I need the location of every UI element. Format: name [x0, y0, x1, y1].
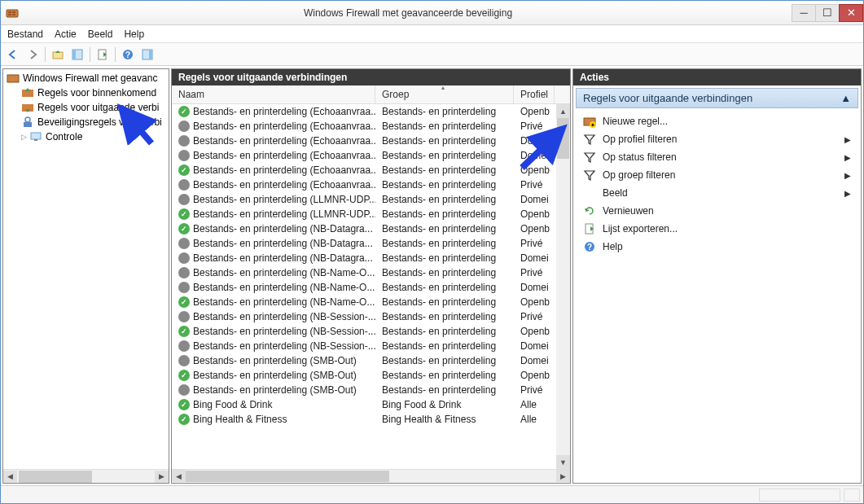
table-row[interactable]: Bestands- en printerdeling (NB-Session-.…: [172, 309, 570, 324]
action-label: Op profiel filteren: [603, 134, 838, 145]
table-row[interactable]: Bestands- en printerdeling (LLMNR-UDP...…: [172, 207, 570, 221]
table-row[interactable]: Bestands- en printerdeling (NB-Name-O...…: [172, 265, 570, 280]
rules-v-scrollbar[interactable]: ▲ ▼: [556, 104, 570, 469]
action-nieuwe-regel-[interactable]: ✦Nieuwe regel...: [578, 112, 856, 130]
column-profile[interactable]: Profiel: [514, 85, 555, 103]
rule-profile: Openb: [514, 208, 555, 221]
table-row[interactable]: Bestands- en printerdeling (SMB-Out)Best…: [172, 353, 570, 368]
action-label: Vernieuwen: [603, 205, 851, 217]
toolbar-show-hide-actions-button[interactable]: [138, 46, 156, 64]
menu-action[interactable]: Actie: [55, 28, 77, 40]
disabled-icon: [178, 179, 190, 191]
svg-rect-19: [34, 139, 37, 141]
rules-pane-title: Regels voor uitgaande verbindingen: [172, 69, 570, 85]
rule-name: Bestands- en printerdeling (Echoaanvraa.…: [193, 164, 375, 176]
tree-connection-security[interactable]: Beveiligingsregels voor verbi: [3, 115, 169, 129]
rule-profile: Domei: [514, 193, 555, 206]
outbound-icon: [21, 101, 34, 114]
table-row[interactable]: Bestands- en printerdeling (LLMNR-UDP...…: [172, 192, 570, 207]
table-row[interactable]: Bing Health & FitnessBing Health & Fitne…: [172, 412, 570, 427]
tree-outbound-rules[interactable]: Regels voor uitgaande verbi: [3, 100, 169, 115]
collapse-icon[interactable]: ▲: [840, 92, 851, 104]
table-row[interactable]: Bestands- en printerdeling (Echoaanvraa.…: [172, 163, 570, 177]
table-row[interactable]: Bestands- en printerdeling (NB-Session-.…: [172, 324, 570, 339]
scroll-down-icon[interactable]: ▼: [556, 455, 570, 469]
rule-name: Bestands- en printerdeling (SMB-Out): [193, 384, 357, 396]
rule-group: Bestands- en printerdeling: [375, 178, 514, 191]
toolbar-help-button[interactable]: ?: [119, 46, 137, 64]
actions-pane: Acties Regels voor uitgaande verbindinge…: [572, 68, 862, 484]
table-row[interactable]: Bestands- en printerdeling (SMB-Out)Best…: [172, 368, 570, 383]
table-row[interactable]: Bestands- en printerdeling (SMB-Out)Best…: [172, 383, 570, 397]
table-row[interactable]: Bestands- en printerdeling (NB-Name-O...…: [172, 280, 570, 295]
action-op-status-filteren[interactable]: Op status filteren▶: [578, 148, 856, 166]
disabled-icon: [178, 340, 190, 352]
actions-subheader[interactable]: Regels voor uitgaande verbindingen ▲: [576, 88, 858, 108]
svg-rect-2: [12, 11, 15, 13]
action-help[interactable]: ?Help: [578, 238, 856, 256]
table-row[interactable]: Bestands- en printerdeling (Echoaanvraa.…: [172, 134, 570, 148]
nav-forward-button[interactable]: [24, 46, 42, 64]
disabled-icon: [178, 267, 190, 278]
tree-root[interactable]: Windows Firewall met geavanc: [3, 71, 169, 85]
rules-h-scrollbar[interactable]: ◀ ▶: [172, 469, 570, 483]
firewall-icon: [7, 72, 20, 85]
rule-group: Bestands- en printerdeling: [375, 281, 514, 294]
action-vernieuwen[interactable]: Vernieuwen: [578, 202, 856, 220]
table-row[interactable]: Bestands- en printerdeling (Echoaanvraa.…: [172, 119, 570, 134]
maximize-button[interactable]: ☐: [815, 4, 840, 22]
disabled-icon: [178, 384, 190, 396]
action-beeld[interactable]: Beeld▶: [578, 184, 856, 202]
rule-profile: Openb: [514, 325, 555, 338]
rule-group: Bestands- en printerdeling: [375, 325, 514, 338]
table-row[interactable]: Bestands- en printerdeling (NB-Datagra..…: [172, 251, 570, 265]
rule-profile: Privé: [514, 266, 555, 279]
action-lijst-exporteren-[interactable]: Lijst exporteren...: [578, 220, 856, 238]
table-row[interactable]: Bestands- en printerdeling (NB-Datagra..…: [172, 221, 570, 236]
table-row[interactable]: Bestands- en printerdeling (NB-Session-.…: [172, 339, 570, 353]
table-row[interactable]: Bestands- en printerdeling (Echoaanvraa.…: [172, 148, 570, 163]
tree-pane: Windows Firewall met geavanc Regels voor…: [2, 68, 169, 484]
table-row[interactable]: Bestands- en printerdeling (NB-Name-O...…: [172, 295, 570, 309]
toolbar-folder-up-button[interactable]: [49, 46, 67, 64]
action-op-profiel-filteren[interactable]: Op profiel filteren▶: [578, 130, 856, 148]
scroll-up-icon[interactable]: ▲: [556, 104, 570, 118]
table-row[interactable]: Bestands- en printerdeling (Echoaanvraa.…: [172, 104, 570, 119]
rule-name: Bestands- en printerdeling (NB-Session-.…: [193, 311, 375, 322]
nav-back-button[interactable]: [4, 46, 22, 64]
scroll-right-icon[interactable]: ▶: [155, 471, 169, 483]
svg-rect-18: [31, 133, 41, 139]
rule-name: Bestands- en printerdeling (LLMNR-UDP...: [193, 208, 375, 220]
rule-group: Bestands- en printerdeling: [375, 340, 514, 353]
scroll-right-icon[interactable]: ▶: [556, 470, 570, 482]
status-grip: [844, 489, 860, 502]
scroll-left-icon[interactable]: ◀: [172, 470, 186, 482]
tree-monitoring[interactable]: ▷ Controle: [3, 129, 169, 144]
column-name[interactable]: Naam: [172, 85, 375, 103]
action-op-groep-filteren[interactable]: Op groep filteren▶: [578, 166, 856, 184]
menu-file[interactable]: Bestand: [7, 28, 43, 40]
tree-h-scrollbar[interactable]: ◀ ▶: [3, 469, 169, 483]
rule-profile: Privé: [514, 310, 555, 323]
rule-name: Bestands- en printerdeling (SMB-Out): [193, 355, 357, 366]
column-group[interactable]: Groep: [375, 85, 514, 103]
scroll-left-icon[interactable]: ◀: [3, 471, 17, 483]
titlebar: Windows Firewall met geavanceerde beveil…: [1, 1, 863, 25]
table-row[interactable]: Bestands- en printerdeling (NB-Datagra..…: [172, 236, 570, 251]
grid-header: Naam Groep Profiel: [172, 85, 570, 104]
close-button[interactable]: ✕: [839, 4, 863, 22]
menu-help[interactable]: Help: [124, 28, 144, 40]
rule-name: Bestands- en printerdeling (LLMNR-UDP...: [193, 194, 375, 205]
disabled-icon: [178, 311, 190, 322]
table-row[interactable]: Bing Food & DrinkBing Food & DrinkAlle: [172, 397, 570, 412]
expand-icon[interactable]: ▷: [21, 133, 29, 141]
tree-inbound-rules[interactable]: Regels voor binnenkomend: [3, 85, 169, 100]
table-row[interactable]: Bestands- en printerdeling (Echoaanvraa.…: [172, 177, 570, 192]
minimize-button[interactable]: ─: [792, 4, 816, 22]
rule-group: Bestands- en printerdeling: [375, 149, 514, 162]
toolbar-show-hide-tree-button[interactable]: [68, 46, 86, 64]
rule-profile: Domei: [514, 340, 555, 353]
enabled-icon: [178, 106, 190, 117]
menu-view[interactable]: Beeld: [88, 28, 113, 40]
toolbar-export-button[interactable]: [94, 46, 112, 64]
